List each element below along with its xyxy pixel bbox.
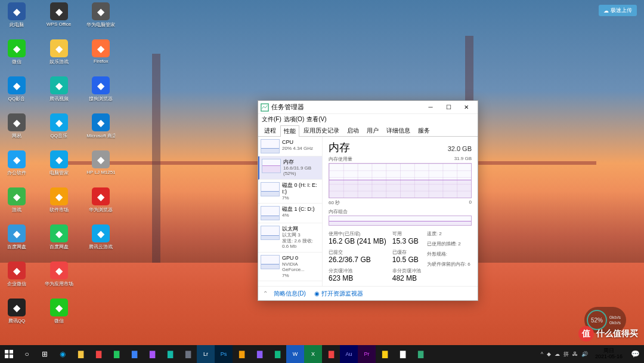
- app6-icon[interactable]: ▇: [179, 345, 197, 363]
- memory-composition: [329, 216, 472, 226]
- desktop-icon[interactable]: ◆QQ影音: [2, 76, 31, 110]
- system-tray[interactable]: ^ ◆ ☁ 拼 🖧 🔊: [537, 350, 592, 358]
- tab-2[interactable]: 应用历史记录: [300, 125, 343, 136]
- desktop-icon[interactable]: ◆此电脑: [2, 2, 31, 36]
- tab-5[interactable]: 详细信息: [383, 125, 414, 136]
- desktop-icon[interactable]: ◆QQ音乐: [45, 113, 73, 147]
- watermark-icon: 值: [578, 326, 594, 342]
- task-manager-taskbar-icon[interactable]: ▇: [411, 345, 429, 363]
- desktop-icon[interactable]: ◆办公软件: [2, 150, 31, 184]
- app-icon: ◆: [92, 2, 110, 20]
- app11-icon[interactable]: ▇: [376, 345, 394, 363]
- word-icon[interactable]: W: [286, 345, 304, 363]
- desktop-icon[interactable]: ◆微信: [2, 39, 31, 73]
- tab-6[interactable]: 服务: [414, 125, 434, 136]
- tray-network-icon[interactable]: 🖧: [572, 351, 578, 357]
- mini-chart: [261, 255, 280, 269]
- app3-icon[interactable]: ▇: [125, 345, 143, 363]
- maximize-button[interactable]: ☐: [439, 101, 457, 113]
- tray-app-icon[interactable]: ◆: [547, 351, 551, 357]
- desktop-icon[interactable]: ◆百度网盘: [45, 224, 73, 258]
- perf-item-0[interactable]: CPU20% 4.34 GHz: [258, 137, 322, 156]
- menu-file[interactable]: 文件(F): [262, 115, 281, 124]
- stat-avail-label: 可用: [392, 230, 421, 237]
- app5-icon[interactable]: ▇: [161, 345, 179, 363]
- perf-item-4[interactable]: 以太网以太网 3发送: 2.6 接收: 0.6 Mb: [258, 223, 322, 253]
- desktop-icon[interactable]: ◆华为应用市场: [45, 262, 73, 295]
- resource-monitor-link[interactable]: 打开资源监视器: [321, 290, 363, 297]
- start-button[interactable]: [0, 345, 18, 363]
- excel-icon[interactable]: X: [304, 345, 322, 363]
- desktop-icon[interactable]: ◆搜狗浏览器: [86, 76, 115, 110]
- svg-rect-2: [10, 350, 13, 353]
- tab-1[interactable]: 性能: [280, 125, 299, 137]
- perf-item-2[interactable]: 磁盘 0 (H: I: E: I:)7%: [258, 180, 322, 204]
- tab-3[interactable]: 启动: [343, 125, 363, 136]
- icon-label: 搜狗浏览器: [89, 96, 113, 102]
- app1-icon[interactable]: ▇: [89, 345, 107, 363]
- app4-icon[interactable]: ▇: [143, 345, 161, 363]
- app2-icon[interactable]: ▇: [107, 345, 125, 363]
- app10-icon[interactable]: ▇: [322, 345, 340, 363]
- icon-label: 微信: [54, 318, 64, 324]
- desktop-icon[interactable]: ◆微信: [45, 299, 73, 332]
- tray-ime-icon[interactable]: 拼: [564, 350, 569, 358]
- stat-committed: 26.2/36.7 GB: [329, 256, 386, 264]
- desktop-icon[interactable]: ◆WPS Office: [45, 2, 73, 36]
- perf-item-5[interactable]: GPU 0NVIDIA GeForce...7%: [258, 253, 322, 282]
- taskbar-clock[interactable]: 周日 2021-05-16: [592, 348, 626, 360]
- desktop-icon[interactable]: ◆Microsoft 商店: [86, 113, 115, 147]
- app9-icon[interactable]: ▇: [268, 345, 286, 363]
- desktop-icon[interactable]: ◆娱乐游戏: [45, 39, 73, 73]
- desktop-icon[interactable]: ◆腾讯云游戏: [86, 224, 115, 258]
- edge-icon[interactable]: ◉: [54, 345, 72, 363]
- app8-icon[interactable]: ▇: [250, 345, 268, 363]
- tab-4[interactable]: 用户: [363, 125, 382, 136]
- pr-icon[interactable]: Pr: [358, 345, 376, 363]
- minimize-button[interactable]: ─: [422, 101, 439, 113]
- app-icon: [261, 103, 269, 112]
- widget-extra: 0kb/s0kb/s: [609, 315, 621, 325]
- desktop-icon[interactable]: ◆游戏: [2, 187, 31, 221]
- notifications-icon[interactable]: 💬: [626, 345, 644, 363]
- desktop-icon[interactable]: ◆企业微信: [2, 262, 31, 295]
- explorer-icon[interactable]: ▇: [72, 345, 89, 363]
- app-icon: ◆: [50, 150, 68, 168]
- icon-label: 游戏: [12, 207, 21, 213]
- fewer-details-link[interactable]: 简略信息(D): [274, 290, 306, 298]
- upload-pill[interactable]: ☁ 极速上传: [599, 5, 637, 16]
- titlebar[interactable]: 任务管理器 ─ ☐ ✕: [258, 101, 478, 114]
- taskview-button[interactable]: ⊞: [36, 345, 54, 363]
- tray-chevron-icon[interactable]: ^: [541, 351, 543, 357]
- perf-item-3[interactable]: 磁盘 1 (C: D:)4%: [258, 204, 322, 223]
- menu-view[interactable]: 查看(V): [306, 115, 326, 124]
- tray-volume-icon[interactable]: 🔊: [581, 351, 588, 357]
- tray-cloud-icon[interactable]: ☁: [555, 351, 560, 357]
- desktop-icon[interactable]: ◆华为浏览器: [86, 187, 115, 221]
- desktop-icon[interactable]: ◆HP LJ M1251...: [86, 150, 115, 184]
- perf-item-1[interactable]: 内存16.6/31.9 GB (52%): [258, 156, 322, 180]
- desktop-icon[interactable]: ◆腾讯视频: [45, 76, 73, 110]
- desktop-icon[interactable]: ◆网易: [2, 113, 31, 147]
- search-button[interactable]: ○: [18, 345, 36, 363]
- app12-icon[interactable]: ▇: [394, 345, 411, 363]
- au-icon[interactable]: Au: [340, 345, 358, 363]
- desktop-icon[interactable]: ◆软件市场: [45, 187, 73, 221]
- app-icon: ◆: [92, 224, 110, 242]
- desktop-icon[interactable]: ◆华为电脑管家: [86, 2, 115, 36]
- menu-options[interactable]: 选项(O): [284, 115, 304, 124]
- svg-rect-1: [5, 350, 8, 353]
- icon-label: 软件市场: [49, 207, 69, 213]
- desktop-icon[interactable]: ◆电脑管家: [45, 150, 73, 184]
- chevron-up-icon[interactable]: ⌃: [263, 290, 268, 297]
- desktop-icon[interactable]: ◆百度网盘: [2, 224, 31, 258]
- tab-0[interactable]: 进程: [261, 125, 280, 136]
- close-button[interactable]: ✕: [457, 101, 475, 113]
- app-icon: ◆: [50, 262, 68, 279]
- desktop-icon[interactable]: ◆Firefox: [86, 39, 115, 73]
- app-icon: ◆: [92, 76, 110, 94]
- lr-icon[interactable]: Lr: [197, 345, 215, 363]
- desktop-icon[interactable]: ◆腾讯QQ: [2, 299, 31, 332]
- ps-icon[interactable]: Ps: [215, 345, 233, 363]
- app7-icon[interactable]: ▇: [233, 345, 250, 363]
